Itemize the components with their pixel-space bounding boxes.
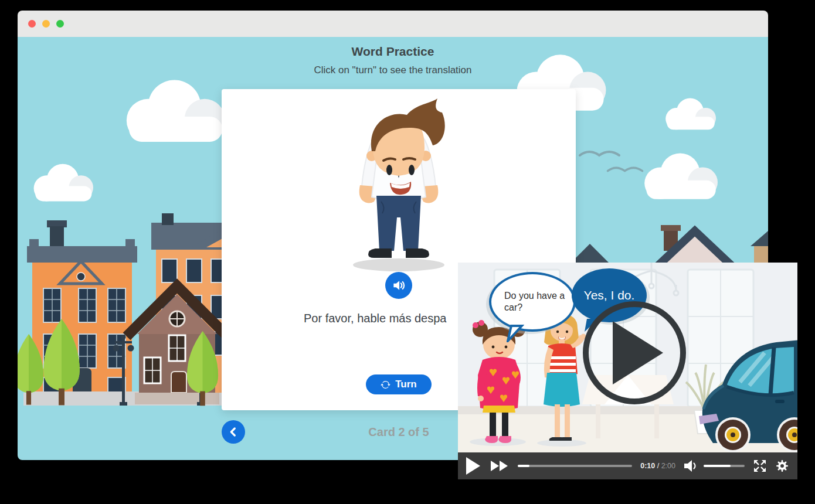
video-player: Do you have a car? Yes, I do. 0:10 / 2:0… [458,263,797,479]
buildings-left-illustration [18,210,240,409]
cloud-icon [25,159,101,209]
traffic-light-maximize-icon[interactable] [56,20,64,28]
settings-icon [775,459,789,473]
page-title: Word Practice [18,43,768,60]
video-scene: Do you have a car? Yes, I do. [458,263,797,452]
time-display: 0:10 / 2:00 [640,462,675,470]
progress-played [518,465,529,467]
cloud-icon [658,94,722,135]
birds-icon [606,164,644,175]
speaker-icon [391,278,406,293]
page-subtitle: Click on "turn" to see the translation [18,63,768,78]
fullscreen-button[interactable] [753,459,767,473]
audio-button[interactable] [385,272,412,299]
volume-icon [684,459,699,472]
traffic-light-close-icon[interactable] [28,20,36,28]
turn-button[interactable]: Turn [366,374,432,394]
play-overlay-icon [602,318,667,388]
time-separator: / [655,462,661,470]
turn-button-label: Turn [395,379,417,390]
car-illustration [699,328,797,452]
fast-forward-icon [491,461,508,471]
cloud-icon [111,73,237,152]
play-button[interactable] [466,457,480,475]
answer-text: Yes, I do. [584,288,635,302]
progress-bar[interactable] [518,465,632,467]
window-titlebar [18,11,768,37]
time-current: 0:10 [640,462,655,470]
play-icon [466,457,480,475]
volume-button[interactable] [684,459,699,472]
practice-phrase: Por favor, hable más despa [304,312,446,325]
settings-button[interactable] [775,459,789,473]
traffic-light-minimize-icon[interactable] [42,20,50,28]
time-total: 2:00 [661,462,675,470]
refresh-icon [381,380,390,390]
man-illustration [334,97,463,273]
volume-level [704,465,731,467]
volume-slider[interactable] [704,465,745,467]
birds-icon [578,147,622,160]
video-controls-bar: 0:10 / 2:00 [458,452,797,479]
speech-bubble-question: Do you have a car? [489,272,576,332]
play-overlay-button[interactable] [583,301,686,404]
bubble-tail [507,325,524,342]
question-text: Do you have a car? [491,290,573,314]
fast-forward-button[interactable] [491,461,508,471]
girl-illustration [463,320,536,446]
car-wheel [715,417,751,452]
cloud-icon [633,148,727,207]
fullscreen-icon [753,459,767,473]
